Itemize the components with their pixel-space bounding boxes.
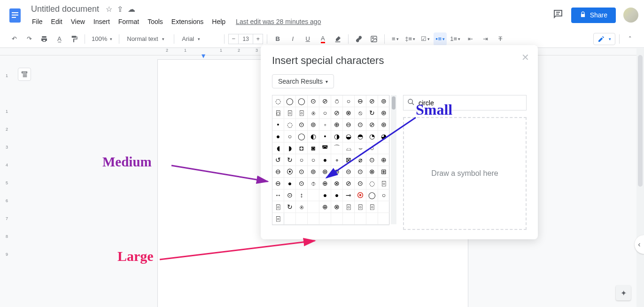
line-spacing-button[interactable]: ‡≡	[403, 32, 417, 46]
char-cell[interactable]: ⍥	[331, 95, 343, 107]
char-cell[interactable]: ⊚	[378, 95, 390, 107]
docs-logo-icon[interactable]	[6, 6, 24, 24]
menu-edit[interactable]: Edit	[47, 16, 66, 27]
numbered-list-button[interactable]: 1≡	[449, 32, 462, 46]
char-cell[interactable]: ⍟	[296, 201, 308, 213]
char-cell[interactable]: ⌻	[378, 178, 390, 189]
move-icon[interactable]: ⇪	[117, 5, 123, 14]
spellcheck-button[interactable]: A̲	[53, 32, 66, 46]
char-cell[interactable]: ○	[296, 154, 308, 166]
cloud-saved-icon[interactable]: ☁	[128, 5, 135, 14]
text-color-button[interactable]: A	[316, 32, 329, 46]
char-cell[interactable]: ⊝	[343, 166, 355, 178]
insert-link-button[interactable]	[352, 32, 365, 46]
char-cell[interactable]	[308, 201, 319, 213]
char-cell[interactable]: ⊗	[331, 201, 343, 213]
category-dropdown[interactable]: Search Results ▾	[272, 74, 334, 88]
char-cell[interactable]	[319, 213, 331, 225]
bulleted-list-button[interactable]: ⦁≡	[434, 32, 447, 46]
char-cell[interactable]: ⌻	[366, 201, 378, 213]
grid-scrollbar[interactable]	[391, 95, 396, 224]
undo-button[interactable]: ↶	[8, 32, 21, 46]
share-button[interactable]: Share	[571, 8, 616, 23]
underline-button[interactable]: U	[301, 32, 314, 46]
vertical-ruler[interactable]: 1 1 2 3 4 5 6 7 8 9	[0, 55, 15, 307]
char-cell[interactable]: ◑	[331, 131, 343, 142]
char-cell[interactable]: ○	[284, 131, 296, 142]
char-cell[interactable]: ⊕	[331, 119, 343, 131]
char-cell[interactable]: ◗	[284, 142, 296, 154]
char-cell[interactable]: ⌣	[355, 142, 366, 154]
char-cell[interactable]: •	[319, 131, 331, 142]
char-cell[interactable]: ⌼	[272, 107, 284, 119]
vertical-scrollbar[interactable]	[636, 48, 644, 307]
explore-button[interactable]: ✦	[616, 285, 631, 300]
menu-help[interactable]: Help	[208, 16, 229, 27]
char-cell[interactable]: ◯	[366, 189, 378, 201]
close-icon[interactable]: ✕	[521, 52, 529, 63]
outline-toggle-button[interactable]	[18, 68, 31, 81]
user-avatar[interactable]	[623, 8, 638, 23]
char-cell[interactable]: ◌	[366, 178, 378, 189]
char-cell[interactable]: ⌒	[331, 142, 343, 154]
char-cell[interactable]: ◌	[284, 119, 296, 131]
char-cell[interactable]: ⊕	[378, 154, 390, 166]
char-cell[interactable]: ⊘	[343, 178, 355, 189]
insert-image-button[interactable]	[367, 32, 380, 46]
char-cell[interactable]: ○	[366, 142, 378, 154]
char-cell[interactable]: ⊛	[319, 166, 331, 178]
char-cell[interactable]: ◙	[308, 142, 319, 154]
font-size-increase[interactable]: +	[253, 34, 263, 44]
char-cell[interactable]: ◚	[319, 142, 331, 154]
char-cell[interactable]: ◒	[343, 131, 355, 142]
char-cell[interactable]: ⊠	[343, 154, 355, 166]
char-cell[interactable]: ⊙	[355, 166, 366, 178]
char-cell[interactable]	[378, 142, 390, 154]
char-cell[interactable]: ◖	[272, 142, 284, 154]
paragraph-style-select[interactable]: Normal text	[123, 33, 170, 44]
decrease-indent-button[interactable]: ⇤	[464, 32, 477, 46]
char-cell[interactable]	[308, 189, 319, 201]
menu-extensions[interactable]: Extensions	[168, 16, 207, 27]
italic-button[interactable]: I	[286, 32, 299, 46]
char-cell[interactable]	[284, 213, 296, 225]
checklist-button[interactable]: ☑	[419, 32, 432, 46]
highlight-button[interactable]	[331, 32, 344, 46]
redo-button[interactable]: ↷	[23, 32, 36, 46]
char-cell[interactable]: ⊘	[366, 119, 378, 131]
char-cell[interactable]: ↺	[272, 154, 284, 166]
char-cell[interactable]: ⌻	[272, 201, 284, 213]
editing-mode-select[interactable]	[593, 33, 615, 45]
font-size-value[interactable]: 13	[239, 34, 253, 44]
char-cell[interactable]: ⌽	[308, 178, 319, 189]
char-cell[interactable]: ⊙	[296, 119, 308, 131]
char-cell[interactable]: ⊗	[331, 178, 343, 189]
char-cell[interactable]: ●	[319, 154, 331, 166]
search-input[interactable]	[403, 95, 527, 110]
zoom-select[interactable]: 100%	[89, 33, 115, 44]
char-cell[interactable]	[355, 213, 366, 225]
collapse-toolbar-button[interactable]: ˄	[623, 32, 636, 46]
char-cell[interactable]	[378, 213, 390, 225]
char-cell[interactable]: ↻	[284, 154, 296, 166]
menu-insert[interactable]: Insert	[90, 16, 114, 27]
char-cell[interactable]: ∘	[331, 154, 343, 166]
char-cell[interactable]: ○	[308, 154, 319, 166]
menu-format[interactable]: Format	[115, 16, 143, 27]
align-button[interactable]: ≡	[388, 32, 402, 46]
char-cell[interactable]: ⊛	[378, 119, 390, 131]
star-icon[interactable]: ☆	[106, 5, 112, 14]
char-cell[interactable]: ⊖	[272, 178, 284, 189]
char-cell[interactable]: ⊖	[272, 166, 284, 178]
char-cell[interactable]: ⊗	[366, 166, 378, 178]
char-cell[interactable]: ⊙	[308, 95, 319, 107]
char-cell[interactable]: ◘	[296, 142, 308, 154]
char-cell[interactable]	[366, 213, 378, 225]
char-cell[interactable]: ○	[319, 107, 331, 119]
char-cell[interactable]: ⊙	[284, 189, 296, 201]
char-cell[interactable]: ◯	[284, 95, 296, 107]
char-cell[interactable]: ◦	[319, 119, 331, 131]
comments-icon[interactable]	[552, 8, 564, 22]
last-edit-link[interactable]: Last edit was 28 minutes ago	[236, 18, 321, 25]
char-cell[interactable]: ⌻	[296, 107, 308, 119]
